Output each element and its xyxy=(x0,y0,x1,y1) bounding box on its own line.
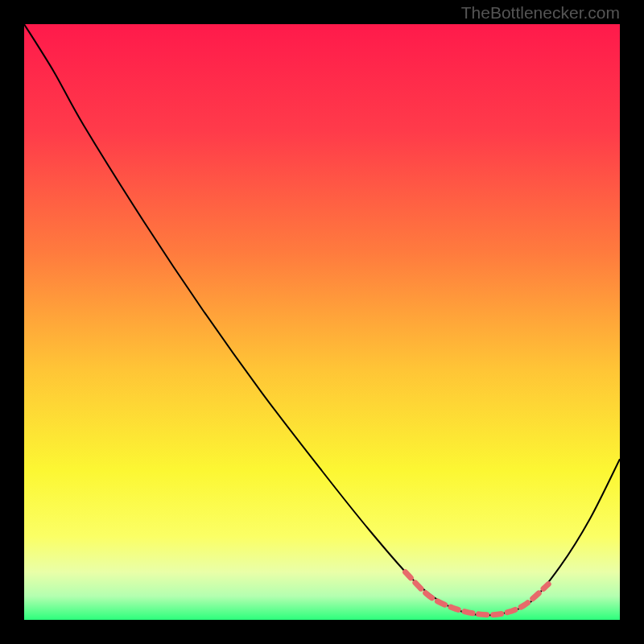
watermark-text: TheBottlenecker.com xyxy=(461,3,620,23)
chart-container: TheBottlenecker.com xyxy=(0,0,644,644)
chart-svg xyxy=(24,24,620,620)
plot-area xyxy=(24,24,620,620)
gradient-bg xyxy=(24,24,620,620)
